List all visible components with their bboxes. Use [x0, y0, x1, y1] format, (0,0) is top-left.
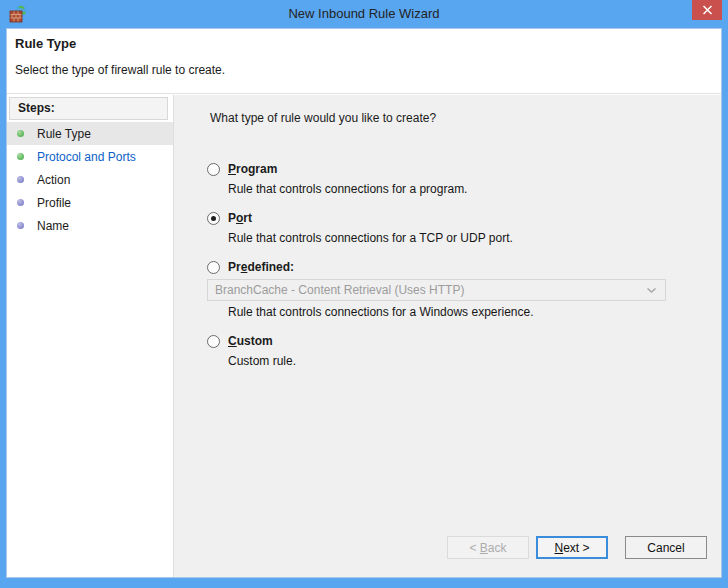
option-description: Rule that controls connections for a TCP…	[228, 231, 721, 246]
predefined-select-value: BranchCache - Content Retrieval (Uses HT…	[215, 283, 646, 297]
option-port: Port Rule that controls connections for …	[207, 211, 721, 246]
step-bullet-icon	[17, 199, 24, 206]
page-header: Rule Type Select the type of firewall ru…	[7, 29, 721, 94]
option-head: Program	[207, 162, 721, 176]
option-predefined: Predefined: BranchCache - Content Retrie…	[207, 260, 721, 320]
step-label: Profile	[37, 196, 71, 210]
program-radio[interactable]	[207, 163, 220, 176]
predefined-radio[interactable]	[207, 261, 220, 274]
step-item-profile: Profile	[7, 191, 173, 214]
question-text: What type of rule would you like to crea…	[210, 111, 721, 125]
titlebar: New Inbound Rule Wizard	[0, 0, 728, 28]
step-label: Protocol and Ports	[37, 150, 136, 164]
step-label: Name	[37, 219, 69, 233]
chevron-down-icon	[646, 287, 657, 294]
steps-heading: Steps:	[9, 97, 168, 120]
button-label: < Back	[469, 541, 506, 555]
step-bullet-icon	[17, 153, 24, 160]
back-button[interactable]: < Back	[447, 536, 529, 559]
option-custom: Custom Custom rule.	[207, 334, 721, 369]
window-title: New Inbound Rule Wizard	[0, 6, 728, 21]
close-icon	[702, 5, 713, 15]
step-item-action: Action	[7, 168, 173, 191]
option-head: Custom	[207, 334, 721, 348]
custom-label[interactable]: Custom	[228, 334, 273, 348]
button-label: Cancel	[647, 541, 684, 555]
option-description: Rule that controls connections for a pro…	[228, 182, 721, 197]
button-label: Next >	[554, 541, 589, 555]
steps-list: Rule Type Protocol and Ports Action Prof…	[7, 122, 173, 237]
option-head: Port	[207, 211, 721, 225]
step-bullet-icon	[17, 222, 24, 229]
step-item-name: Name	[7, 214, 173, 237]
next-button[interactable]: Next >	[536, 536, 608, 559]
radio-dot-icon	[211, 216, 216, 221]
page-title: Rule Type	[15, 36, 76, 51]
option-head: Predefined:	[207, 260, 721, 274]
wizard-footer: < BackNext >Cancel	[447, 536, 707, 559]
step-item-rule-type: Rule Type	[7, 122, 173, 145]
port-label[interactable]: Port	[228, 211, 252, 225]
cancel-button[interactable]: Cancel	[625, 536, 707, 559]
step-bullet-icon	[17, 176, 24, 183]
program-label[interactable]: Program	[228, 162, 277, 176]
step-item-protocol-and-ports[interactable]: Protocol and Ports	[7, 145, 173, 168]
port-radio[interactable]	[207, 212, 220, 225]
step-label: Rule Type	[37, 127, 91, 141]
step-bullet-icon	[17, 130, 24, 137]
wizard-window: New Inbound Rule Wizard Rule Type Select…	[0, 0, 728, 588]
option-program: Program Rule that controls connections f…	[207, 162, 721, 197]
main-pane: What type of rule would you like to crea…	[174, 95, 721, 577]
close-button[interactable]	[692, 0, 722, 20]
custom-radio[interactable]	[207, 335, 220, 348]
steps-sidebar: Steps: Rule Type Protocol and Ports Acti…	[7, 95, 174, 577]
wizard-frame: Rule Type Select the type of firewall ru…	[6, 28, 722, 578]
predefined-select[interactable]: BranchCache - Content Retrieval (Uses HT…	[207, 279, 666, 301]
step-label: Action	[37, 173, 70, 187]
predefined-label[interactable]: Predefined:	[228, 260, 294, 274]
option-description: Rule that controls connections for a Win…	[228, 305, 721, 320]
wizard-body: Steps: Rule Type Protocol and Ports Acti…	[7, 95, 721, 577]
rule-options: Program Rule that controls connections f…	[207, 162, 721, 369]
page-subtitle: Select the type of firewall rule to crea…	[15, 63, 225, 77]
option-description: Custom rule.	[228, 354, 721, 369]
